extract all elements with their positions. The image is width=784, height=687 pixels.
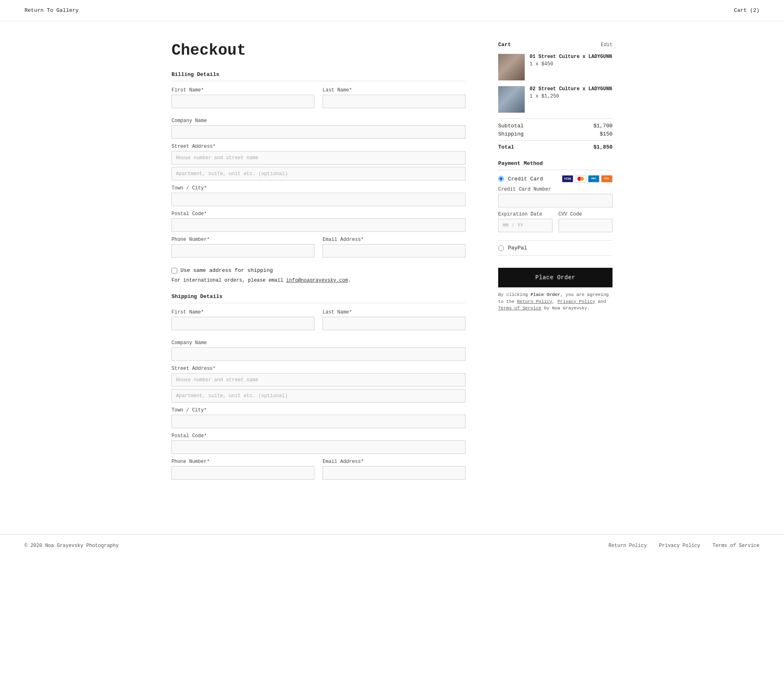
billing-town-group: Town / City* xyxy=(172,185,466,206)
paypal-label: PayPal xyxy=(508,245,612,251)
billing-company-group: Company Name xyxy=(172,118,466,139)
international-note: For international orders, please email i… xyxy=(172,278,466,283)
cc-number-group: Credit Card Number xyxy=(498,187,612,207)
cart-item-info: 01 Street Culture x LADYGUNN 1 x $450 xyxy=(530,54,612,80)
shipping-company-label: Company Name xyxy=(172,340,466,346)
shipping-contact-row: Phone Number* Email Address* xyxy=(172,459,466,485)
credit-card-radio[interactable] xyxy=(498,176,504,182)
shipping-town-input[interactable] xyxy=(172,415,466,428)
cc-cvv-label: CVV Code xyxy=(559,211,613,217)
terms-of-service-link[interactable]: Terms of Service xyxy=(498,306,541,311)
billing-last-name-label: Last Name* xyxy=(323,87,466,93)
cc-number-input[interactable] xyxy=(498,194,612,207)
cc-expiry-input[interactable] xyxy=(498,219,552,232)
return-policy-link[interactable]: Return Policy xyxy=(517,299,552,304)
billing-first-name-input[interactable] xyxy=(172,95,314,108)
place-order-bold: Place Order xyxy=(530,292,560,297)
billing-town-label: Town / City* xyxy=(172,185,466,191)
billing-company-input[interactable] xyxy=(172,125,466,139)
same-address-row: Use same address for shipping xyxy=(172,267,466,273)
shipping-street-group: Street Address* xyxy=(172,366,466,402)
bottom-divider xyxy=(498,255,612,256)
cc-number-label: Credit Card Number xyxy=(498,187,612,192)
discover-icon: DISC xyxy=(601,175,612,182)
cart-header: Cart Edit xyxy=(498,42,612,48)
shipping-postal-input[interactable] xyxy=(172,440,466,454)
intl-email-link[interactable]: info@noagrayevsky.com xyxy=(286,278,348,283)
page-title: Checkout xyxy=(172,42,466,59)
footer-return-policy-link[interactable]: Return Policy xyxy=(608,543,647,549)
shipping-row: Shipping $150 xyxy=(498,131,612,137)
shipping-last-name-group: Last Name* xyxy=(323,309,466,330)
cc-expiry-group: Expiration Date xyxy=(498,211,552,232)
visa-icon: VISA xyxy=(562,175,573,182)
total-row: Total $1,850 xyxy=(498,140,612,150)
cart-divider xyxy=(498,118,612,119)
cart-item-price: 1 x $1,250 xyxy=(530,93,612,99)
shipping-company-input[interactable] xyxy=(172,347,466,361)
shipping-section-title: Shipping Details xyxy=(172,293,466,303)
shipping-street-input[interactable] xyxy=(172,373,466,387)
billing-town-input[interactable] xyxy=(172,193,466,206)
credit-card-option: Credit Card VISA AMEX DISC xyxy=(498,175,612,182)
billing-email-label: Email Address* xyxy=(323,237,466,242)
footer-terms-link[interactable]: Terms of Service xyxy=(713,543,760,549)
shipping-email-label: Email Address* xyxy=(323,459,466,465)
footer-privacy-policy-link[interactable]: Privacy Policy xyxy=(659,543,700,549)
shipping-first-name-input[interactable] xyxy=(172,317,314,330)
cart-title: Cart xyxy=(498,42,511,48)
payment-title: Payment Method xyxy=(498,160,612,170)
billing-postal-group: Postal Code* xyxy=(172,211,466,232)
footer-copyright: © 2020 Noa Grayevsky Photography xyxy=(24,543,118,549)
paypal-radio[interactable] xyxy=(498,245,504,251)
billing-email-input[interactable] xyxy=(323,244,466,258)
paypal-divider xyxy=(498,240,612,241)
shipping-company-group: Company Name xyxy=(172,340,466,361)
shipping-apt-input[interactable] xyxy=(172,389,466,402)
cart-item-name: 01 Street Culture x LADYGUNN xyxy=(530,54,612,60)
billing-last-name-group: Last Name* xyxy=(323,87,466,108)
billing-first-name-group: First Name* xyxy=(172,87,314,108)
credit-card-label: Credit Card xyxy=(508,176,558,182)
shipping-name-row: First Name* Last Name* xyxy=(172,309,466,335)
shipping-last-name-label: Last Name* xyxy=(323,309,466,315)
cc-expiry-label: Expiration Date xyxy=(498,211,552,217)
right-column: Cart Edit 01 Street Culture x LADYGUNN 1… xyxy=(498,42,612,489)
shipping-phone-label: Phone Number* xyxy=(172,459,314,465)
place-order-button[interactable]: Place Order xyxy=(498,268,612,287)
cc-cvv-group: CVV Code xyxy=(559,211,613,232)
shipping-postal-label: Postal Code* xyxy=(172,433,466,439)
billing-phone-label: Phone Number* xyxy=(172,237,314,242)
shipping-town-group: Town / City* xyxy=(172,407,466,428)
privacy-policy-link[interactable]: Privacy Policy xyxy=(557,299,595,304)
billing-apt-input[interactable] xyxy=(172,167,466,180)
cart-item: 01 Street Culture x LADYGUNN 1 x $450 xyxy=(498,54,612,80)
shipping-phone-input[interactable] xyxy=(172,466,314,480)
cart-item-name: 02 Street Culture x LADYGUNN xyxy=(530,86,612,92)
cart-link[interactable]: Cart (2) xyxy=(734,7,760,13)
subtotal-row: Subtotal $1,700 xyxy=(498,123,612,129)
mastercard-icon xyxy=(575,175,586,182)
billing-last-name-input[interactable] xyxy=(323,95,466,108)
credit-card-fields: Credit Card Number Expiration Date CVV C… xyxy=(498,187,612,236)
return-to-gallery-link[interactable]: Return To Gallery xyxy=(24,7,79,13)
footer-links: Return Policy Privacy Policy Terms of Se… xyxy=(608,543,760,549)
cart-edit-link[interactable]: Edit xyxy=(601,42,612,48)
billing-email-group: Email Address* xyxy=(323,237,466,258)
billing-company-label: Company Name xyxy=(172,118,466,124)
amex-icon: AMEX xyxy=(588,175,599,182)
billing-section-title: Billing Details xyxy=(172,71,466,81)
billing-postal-input[interactable] xyxy=(172,218,466,232)
total-label: Total xyxy=(498,144,514,150)
billing-section: Billing Details First Name* Last Name* C… xyxy=(172,71,466,283)
paypal-option: PayPal xyxy=(498,245,612,251)
shipping-last-name-input[interactable] xyxy=(323,317,466,330)
same-address-checkbox[interactable] xyxy=(172,268,177,273)
shipping-email-input[interactable] xyxy=(323,466,466,480)
cart-item-price: 1 x $450 xyxy=(530,61,612,67)
billing-phone-input[interactable] xyxy=(172,244,314,258)
billing-street-input[interactable] xyxy=(172,151,466,165)
cart-item-image xyxy=(498,86,525,113)
billing-street-label: Street Address* xyxy=(172,144,466,149)
cc-cvv-input[interactable] xyxy=(559,219,613,232)
